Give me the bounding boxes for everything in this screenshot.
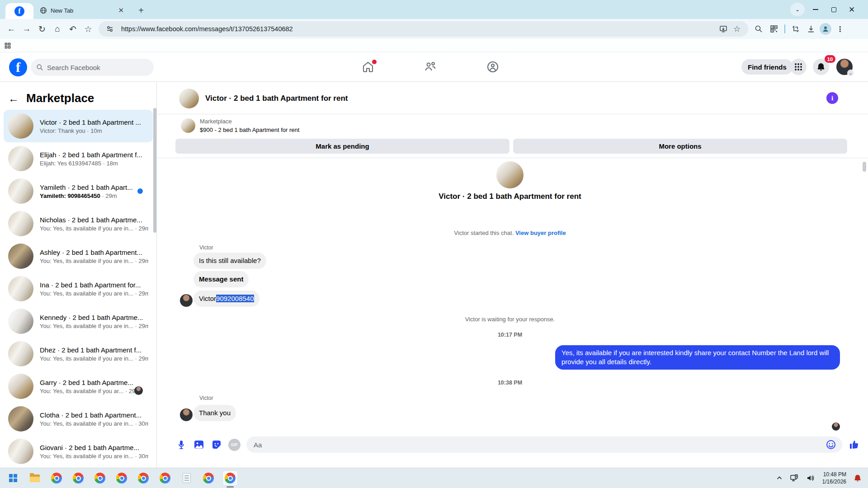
conversation-preview: You: Yes, its available if you are in...… — [40, 290, 148, 297]
conversation-info-icon[interactable]: i — [826, 92, 838, 104]
taskbar-app-explorer[interactable] — [27, 470, 42, 486]
conversation-item[interactable]: Ashley · 2 bed 1 bath Apartment...You: Y… — [4, 240, 153, 272]
incoming-message-bubble[interactable]: Victor9092008540 — [193, 291, 259, 307]
sidebar-scrollbar[interactable] — [153, 108, 156, 233]
apps-menu-button[interactable] — [790, 59, 807, 75]
listing-thumbnail-image — [8, 276, 33, 301]
facebook-logo[interactable]: f — [9, 58, 27, 76]
taskbar-app-chrome-active[interactable] — [222, 470, 238, 486]
windows-start-icon — [9, 474, 17, 482]
back-icon[interactable]: ← — [4, 21, 19, 37]
taskbar-app-chrome[interactable] — [136, 470, 151, 486]
conversation-item[interactable]: Victor · 2 bed 1 bath Apartment ...Victo… — [4, 110, 153, 142]
more-options-button[interactable]: More options — [513, 139, 847, 154]
downloads-icon[interactable] — [804, 22, 818, 36]
chat-scrollbar[interactable] — [863, 162, 866, 172]
listing-thumbnail-image — [8, 439, 33, 464]
conversation-item[interactable]: Garry · 2 bed 1 bath Apartme...You: Yes,… — [4, 370, 153, 403]
friends-nav-icon[interactable] — [424, 61, 438, 74]
conversation-item[interactable]: Ina · 2 bed 1 bath Apartment for...You: … — [4, 272, 153, 305]
home-icon[interactable]: ⌂ — [50, 21, 65, 37]
incoming-message-bubble[interactable]: Message sent — [193, 271, 249, 287]
network-icon[interactable] — [790, 474, 799, 483]
conversation-item[interactable]: Giovani · 2 bed 1 bath Apartme...You: Ye… — [4, 435, 153, 468]
groups-nav-icon[interactable] — [486, 61, 500, 74]
taskbar-app-chrome[interactable] — [157, 470, 173, 486]
search-icon[interactable] — [752, 22, 765, 36]
bookmark-star-icon[interactable]: ☆ — [80, 21, 96, 37]
tab-search-chevron[interactable]: ⌄ — [790, 3, 805, 16]
find-friends-button[interactable]: Find friends — [741, 59, 793, 75]
maximize-button[interactable] — [825, 0, 843, 19]
bookmark-this-tab-icon[interactable]: ☆ — [730, 22, 744, 36]
listing-thumbnail[interactable] — [181, 118, 195, 133]
tab-close-icon[interactable]: ✕ — [117, 6, 125, 14]
incoming-message-row: Victor9092008540 — [180, 291, 259, 307]
conversation-item[interactable]: Dhez · 2 bed 1 bath Apartment f...You: Y… — [4, 338, 153, 370]
messages-area[interactable]: Victor · 2 bed 1 bath Apartment for rent… — [180, 158, 840, 435]
conversation-preview: Elijah: Yes 6193947485 · 18m — [40, 160, 148, 167]
taskbar-app-chrome[interactable] — [49, 470, 64, 486]
listing-thumbnail-image — [8, 113, 33, 139]
minimize-button[interactable] — [807, 0, 825, 19]
crop-screenshot-icon[interactable] — [789, 22, 802, 36]
home-nav-icon[interactable] — [362, 61, 375, 74]
seen-indicator-avatar — [832, 422, 840, 431]
hidden-icons-chevron[interactable] — [776, 475, 783, 481]
sticker-icon[interactable] — [211, 439, 222, 450]
facebook-search-input[interactable]: Search Facebook — [31, 59, 154, 76]
tab-facebook[interactable]: f — [5, 3, 33, 19]
browser-menu-kebab-icon[interactable]: ⋮ — [833, 22, 847, 36]
incoming-message-bubble[interactable]: Thank you — [193, 405, 236, 421]
notification-bell-icon[interactable] — [854, 474, 862, 482]
message-input[interactable]: Aa — [246, 436, 842, 453]
browser-profile-avatar[interactable] — [820, 23, 831, 35]
attach-photo-icon[interactable] — [193, 439, 205, 450]
taskbar-app-start[interactable] — [5, 470, 21, 486]
apps-grid-small-icon[interactable] — [5, 42, 11, 49]
listing-thumbnail-image — [8, 309, 33, 334]
taskbar-app-notepad[interactable] — [179, 470, 194, 486]
taskbar-app-chrome[interactable] — [114, 470, 129, 486]
taskbar-app-chrome[interactable] — [201, 470, 216, 486]
conversation-preview: Yamileth: 9098465450 · 29m — [40, 192, 148, 199]
notepad-icon — [183, 473, 191, 483]
reload-icon[interactable]: ↻ — [34, 21, 50, 37]
gif-icon[interactable]: GIF — [228, 439, 241, 451]
emoji-icon[interactable] — [825, 439, 837, 450]
address-bar[interactable]: https://www.facebook.com/messages/t/1370… — [99, 21, 748, 37]
taskbar-app-chrome[interactable] — [92, 470, 108, 486]
site-settings-icon[interactable] — [103, 22, 117, 36]
chat-avatar[interactable] — [179, 89, 199, 108]
thumbs-up-icon[interactable] — [848, 439, 860, 450]
conversation-item[interactable]: Yamileth · 2 bed 1 bath Apart...Yamileth… — [4, 175, 153, 207]
forward-icon[interactable]: → — [19, 21, 34, 37]
mark-as-pending-button[interactable]: Mark as pending — [175, 139, 509, 154]
listing-thumbnail-image — [8, 211, 33, 236]
marketplace-sidebar: ← Marketplace Victor · 2 bed 1 bath Apar… — [0, 82, 157, 468]
tab-new-tab[interactable]: New Tab ✕ — [35, 3, 129, 18]
listing-banner: Marketplace $900 - 2 bed 1 bath Apartmen… — [157, 114, 868, 158]
incoming-message-bubble[interactable]: Is this still available? — [193, 253, 266, 269]
back-arrow-icon[interactable]: ← — [8, 92, 19, 105]
conversation-item[interactable]: Nicholas · 2 bed 1 bath Apartme...You: Y… — [4, 207, 153, 240]
new-tab-button[interactable]: + — [135, 4, 147, 17]
file-explorer-icon — [30, 474, 40, 482]
taskbar-clock[interactable]: 10:48 PM 1/16/2026 — [822, 471, 846, 485]
conversation-item[interactable]: Clotha · 2 bed 1 bath Apartment...You: Y… — [4, 403, 153, 435]
install-icon[interactable] — [717, 22, 730, 36]
conversation-item[interactable]: Elijah · 2 bed 1 bath Apartment f...Elij… — [4, 142, 153, 175]
voice-clip-icon[interactable] — [175, 439, 187, 450]
volume-icon[interactable] — [806, 474, 815, 483]
taskbar-app-chrome[interactable] — [71, 470, 86, 486]
toolbar-right: ⋮ — [752, 22, 847, 36]
undo-icon[interactable]: ↶ — [65, 21, 80, 37]
conversation-title: Ashley · 2 bed 1 bath Apartment... — [40, 249, 148, 256]
conversation-item[interactable]: Kennedy · 2 bed 1 bath Apartme...You: Ye… — [4, 305, 153, 338]
qr-code-icon[interactable] — [767, 22, 781, 36]
outgoing-message-bubble[interactable]: Yes, its available if you are interested… — [555, 345, 840, 370]
url-text[interactable]: https://www.facebook.com/messages/t/1370… — [121, 25, 717, 33]
view-buyer-profile-link[interactable]: View buyer profile — [515, 230, 566, 236]
intro-avatar[interactable] — [496, 161, 524, 188]
close-button[interactable]: ✕ — [843, 0, 861, 19]
